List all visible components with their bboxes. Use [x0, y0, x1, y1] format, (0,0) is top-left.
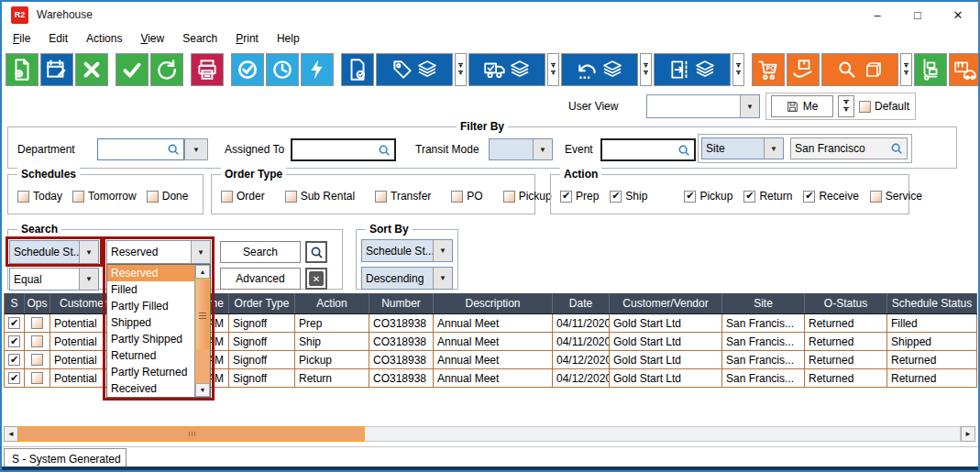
ops-checkbox[interactable]: [31, 372, 43, 384]
scrollbar-thumb[interactable]: [195, 279, 210, 350]
dropdown-option[interactable]: Partly Returned: [107, 364, 194, 380]
me-split-dropdown[interactable]: ▼▼: [838, 95, 854, 117]
chevron-down-icon[interactable]: ▼: [79, 241, 98, 263]
checkbox-box[interactable]: [859, 101, 871, 113]
scroll-right-button[interactable]: ►: [961, 426, 975, 442]
checkbox-box[interactable]: [503, 191, 515, 203]
assigned-to-input[interactable]: [291, 138, 396, 161]
receive-package-button[interactable]: [787, 53, 820, 86]
vehicles-button[interactable]: [949, 53, 980, 86]
scroll-up-button[interactable]: ▲: [195, 265, 210, 279]
document-check-button[interactable]: [341, 53, 374, 86]
menu-item[interactable]: Actions: [77, 32, 131, 45]
department-input[interactable]: [97, 138, 184, 160]
maximize-button[interactable]: □: [897, 3, 938, 27]
s-checkbox[interactable]: [8, 317, 20, 329]
column-header[interactable]: O-Status: [805, 293, 887, 313]
action-checkbox[interactable]: Service: [870, 190, 922, 203]
chevron-down-icon[interactable]: ▼: [79, 269, 98, 290]
action-checkbox[interactable]: Prep: [560, 190, 599, 203]
receive-stack-button[interactable]: [654, 53, 731, 86]
search-icon-button[interactable]: [305, 241, 327, 263]
column-header[interactable]: Customer/Vendor: [610, 293, 722, 313]
checkbox-box[interactable]: [285, 191, 297, 203]
default-checkbox[interactable]: Default: [859, 100, 909, 113]
order-type-checkbox[interactable]: PO: [451, 190, 482, 203]
column-header[interactable]: Date: [553, 293, 610, 313]
column-header[interactable]: Number: [369, 293, 434, 313]
menu-item[interactable]: Search: [173, 32, 226, 45]
order-type-checkbox[interactable]: Order: [221, 190, 265, 203]
chevron-down-icon[interactable]: ▼: [433, 240, 452, 261]
receive-split-dropdown[interactable]: ▼▼: [732, 53, 744, 86]
s-checkbox[interactable]: [8, 335, 20, 347]
checkbox-box[interactable]: [684, 191, 696, 203]
schedule-checkbox[interactable]: Today: [17, 190, 62, 203]
save-me-button[interactable]: Me: [771, 95, 833, 117]
checkbox-box[interactable]: [147, 191, 159, 203]
search-item-split-dropdown[interactable]: ▼▼: [900, 53, 912, 86]
chevron-down-icon[interactable]: ▼: [433, 268, 452, 289]
menu-item[interactable]: Help: [268, 32, 309, 45]
column-header[interactable]: Site: [722, 293, 805, 313]
transit-mode-combo[interactable]: ▼: [489, 138, 553, 160]
department-dropdown-arrow[interactable]: ▼: [184, 138, 208, 160]
checkbox-box[interactable]: [375, 191, 387, 203]
minimize-button[interactable]: –: [857, 3, 897, 27]
ops-checkbox[interactable]: [31, 354, 43, 366]
schedule-checkbox[interactable]: Tomorrow: [72, 190, 137, 203]
advanced-button[interactable]: Advanced: [220, 268, 301, 290]
user-view-combo[interactable]: ▼: [646, 94, 760, 118]
column-header[interactable]: S: [5, 293, 25, 313]
action-checkbox[interactable]: Pickup: [684, 190, 732, 203]
checkbox-box[interactable]: [560, 191, 572, 203]
event-input[interactable]: [600, 138, 696, 161]
search-criteria-combo[interactable]: Reserved ▼: [106, 240, 211, 264]
column-header[interactable]: Description: [434, 293, 553, 313]
dropdown-scrollbar[interactable]: ▲ ▼: [194, 265, 210, 397]
chevron-down-icon[interactable]: ▼: [740, 95, 759, 117]
ship-stack-button[interactable]: [468, 53, 545, 86]
checkbox-box[interactable]: [17, 191, 29, 203]
checkbox-box[interactable]: [72, 191, 84, 203]
checkbox-box[interactable]: [870, 191, 882, 203]
menu-item[interactable]: View: [131, 32, 173, 45]
search-item-button[interactable]: [821, 53, 898, 86]
action-checkbox[interactable]: Return: [743, 190, 792, 203]
dropdown-option[interactable]: Reserved: [107, 265, 194, 281]
quick-action-button[interactable]: [301, 53, 334, 86]
site-combo[interactable]: Site ▼: [701, 137, 784, 159]
ops-checkbox[interactable]: [31, 335, 43, 347]
cancel-button[interactable]: [75, 53, 108, 86]
hand-truck-button[interactable]: [914, 53, 947, 86]
dropdown-option[interactable]: Partly Shipped: [107, 331, 194, 347]
chevron-down-icon[interactable]: ▼: [533, 139, 552, 159]
return-stack-button[interactable]: [561, 53, 638, 86]
dropdown-option[interactable]: Returned: [107, 347, 194, 364]
column-header[interactable]: Order Type: [229, 293, 295, 313]
checkbox-box[interactable]: [610, 191, 622, 203]
refresh-button[interactable]: [150, 53, 183, 86]
checkbox-box[interactable]: [743, 191, 755, 203]
hscrollbar-track[interactable]: [365, 426, 961, 442]
fill-split-dropdown[interactable]: ▼▼: [455, 53, 467, 86]
ship-split-dropdown[interactable]: ▼▼: [547, 53, 559, 86]
scroll-down-button[interactable]: ▼: [195, 383, 210, 397]
ops-checkbox[interactable]: [31, 317, 43, 329]
order-type-checkbox[interactable]: Transfer: [375, 190, 431, 203]
search-operator-combo[interactable]: Equal ▼: [9, 268, 99, 291]
column-header[interactable]: Action: [295, 293, 369, 313]
chevron-down-icon[interactable]: ▼: [191, 241, 210, 263]
dropdown-option[interactable]: Filled: [107, 281, 194, 298]
sort-direction-combo[interactable]: Descending ▼: [361, 267, 453, 290]
dropdown-option[interactable]: Shipped: [107, 314, 194, 331]
search-button[interactable]: Search: [220, 241, 301, 263]
action-checkbox[interactable]: Receive: [803, 190, 858, 203]
sort-field-combo[interactable]: Schedule St... ▼: [361, 239, 453, 262]
clear-search-button[interactable]: ✕: [305, 268, 327, 290]
edit-schedule-button[interactable]: [40, 53, 73, 86]
dropdown-option[interactable]: Received: [107, 380, 194, 397]
close-button[interactable]: ✕: [938, 3, 978, 27]
s-checkbox[interactable]: [8, 372, 20, 384]
menu-item[interactable]: File: [4, 32, 39, 45]
